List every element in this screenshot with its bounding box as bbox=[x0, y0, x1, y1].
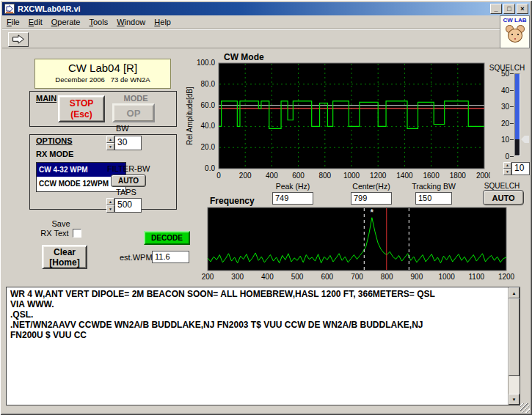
est-wpm-label: est.WPM bbox=[120, 253, 153, 262]
filter-bw-label: FILTER-BW bbox=[107, 164, 150, 173]
peak-value: 749 bbox=[272, 192, 313, 205]
save-label: Save bbox=[34, 219, 88, 228]
close-button[interactable]: × bbox=[517, 4, 528, 14]
squelch-tick-label: 40 bbox=[489, 87, 509, 95]
bw-label: BW bbox=[116, 124, 129, 133]
svg-text:700: 700 bbox=[351, 273, 363, 281]
cw-mode-plot: 0.020.040.060.080.0100.00200400600800100… bbox=[179, 51, 490, 185]
svg-text:0: 0 bbox=[216, 172, 221, 180]
op-mode-label: OP bbox=[127, 108, 141, 119]
menu-bar: FileEditOperateToolsWindowHelp bbox=[2, 15, 530, 29]
svg-text:200: 200 bbox=[202, 273, 214, 281]
up-arrow-icon: ▲ bbox=[506, 163, 509, 167]
up-arrow-icon: ▲ bbox=[109, 199, 112, 204]
save-rx-text-control: Save RX Text bbox=[34, 219, 88, 238]
up-arrow-icon: ▲ bbox=[512, 291, 517, 295]
window-title: RXCWLab04R.vi bbox=[18, 4, 489, 13]
svg-text:600: 600 bbox=[321, 273, 333, 281]
squelch-slider-track[interactable] bbox=[514, 73, 520, 156]
scroll-up-button[interactable]: ▲ bbox=[509, 287, 520, 298]
menu-file[interactable]: File bbox=[2, 16, 24, 29]
run-button[interactable] bbox=[8, 32, 29, 47]
mouse-cartoon-icon bbox=[505, 25, 525, 45]
main-group: MAIN STOP (Esc) MODE OP bbox=[29, 91, 177, 127]
frequency-chart-title: Frequency bbox=[210, 196, 255, 206]
squelch-value-field[interactable]: 10 bbox=[511, 162, 530, 175]
tracking-bw-value: 150 bbox=[415, 192, 452, 205]
mode-label: MODE bbox=[114, 94, 158, 103]
center-value: 799 bbox=[351, 192, 392, 205]
taps-increment-button[interactable]: ▲ bbox=[106, 198, 114, 205]
resize-grip[interactable] bbox=[520, 403, 530, 413]
save-rx-text-checkbox[interactable] bbox=[73, 229, 81, 238]
stop-button-line2: (Esc) bbox=[70, 109, 92, 120]
svg-text:300: 300 bbox=[231, 273, 244, 281]
decode-button-label: DECODE bbox=[151, 234, 183, 242]
stop-button[interactable]: STOP (Esc) bbox=[58, 95, 105, 122]
svg-text:60.0: 60.0 bbox=[201, 101, 216, 109]
rx-text-terminal: WR 4 W,ANT VERT DIPOLE= 2M BEACON SOON= … bbox=[6, 287, 520, 405]
down-arrow-icon: ▼ bbox=[109, 207, 112, 211]
app-header-box: CW Lab04 [R] December 2006 73 de WN2A bbox=[34, 59, 171, 89]
squelch-tickmark bbox=[510, 106, 514, 107]
svg-text:500: 500 bbox=[291, 273, 304, 281]
minimize-icon: _ bbox=[494, 5, 498, 12]
minimize-button[interactable]: _ bbox=[490, 4, 502, 14]
svg-text:40.0: 40.0 bbox=[201, 122, 216, 130]
stop-button-line1: STOP bbox=[70, 98, 93, 109]
svg-text:1200: 1200 bbox=[498, 273, 515, 281]
run-icon bbox=[11, 34, 26, 44]
op-mode-button[interactable]: OP bbox=[112, 103, 155, 122]
terminal-scrollbar[interactable]: ▲ ▼ bbox=[508, 287, 520, 405]
squelch-slider-handle[interactable] bbox=[521, 136, 529, 143]
svg-text:100.0: 100.0 bbox=[197, 59, 215, 67]
menu-window[interactable]: Window bbox=[112, 16, 150, 29]
svg-text:1000: 1000 bbox=[343, 172, 360, 180]
svg-text:800: 800 bbox=[381, 273, 393, 281]
menu-help[interactable]: Help bbox=[150, 16, 175, 29]
app-window: RXCWLab04R.vi _ □ × FileEditOperateTools… bbox=[0, 0, 532, 415]
menu-tools[interactable]: Tools bbox=[84, 16, 112, 29]
est-wpm-value: 11.6 bbox=[152, 251, 189, 263]
squelch-increment-button[interactable]: ▲ bbox=[503, 162, 511, 169]
rx-mode-label: RX MODE bbox=[36, 150, 73, 158]
svg-text:400: 400 bbox=[261, 273, 274, 281]
squelch-slider: 50403020100 bbox=[487, 70, 530, 169]
clear-button[interactable]: Clear [Home] bbox=[42, 245, 87, 269]
svg-text:1200: 1200 bbox=[370, 172, 387, 180]
filter-bw-auto-button[interactable]: AUTO bbox=[111, 175, 146, 187]
maximize-icon: □ bbox=[507, 5, 511, 12]
squelch-decrement-button[interactable]: ▼ bbox=[503, 169, 511, 175]
svg-text:*: * bbox=[370, 207, 374, 218]
title-bar[interactable]: RXCWLab04R.vi _ □ × bbox=[2, 2, 530, 15]
svg-text:800: 800 bbox=[318, 172, 331, 180]
squelch-tick-label: 20 bbox=[489, 120, 509, 128]
taps-control: ▲ ▼ 500 bbox=[106, 198, 142, 213]
terminal-line: WR 4 W,ANT VERT DIPOLE= 2M BEACON SOON= … bbox=[10, 289, 503, 299]
svg-text:1600: 1600 bbox=[423, 172, 440, 180]
scroll-down-button[interactable]: ▼ bbox=[509, 394, 520, 405]
scrollbar-thumb[interactable] bbox=[509, 298, 520, 376]
svg-text:2000: 2000 bbox=[476, 172, 490, 180]
maximize-button[interactable]: □ bbox=[503, 4, 515, 14]
clear-button-line1: Clear bbox=[54, 247, 76, 257]
squelch-tick-label: 50 bbox=[489, 70, 509, 78]
taps-decrement-button[interactable]: ▼ bbox=[106, 205, 114, 213]
terminal-line: VIA WWW. bbox=[10, 299, 503, 309]
clear-button-line2: [Home] bbox=[49, 257, 79, 268]
squelch-tickmark bbox=[510, 123, 514, 124]
taps-value-field[interactable]: 500 bbox=[114, 198, 142, 213]
frequency-plot: *200300400500600700800900100011001200 bbox=[193, 206, 521, 281]
menu-operate[interactable]: Operate bbox=[47, 16, 85, 29]
svg-text:200: 200 bbox=[239, 172, 252, 180]
squelch-tick-label: 30 bbox=[489, 103, 509, 111]
app-title: CW Lab04 [R] bbox=[35, 62, 170, 74]
squelch-auto-button[interactable]: AUTO bbox=[483, 190, 524, 205]
menu-edit[interactable]: Edit bbox=[24, 16, 47, 29]
squelch-tickmark bbox=[510, 90, 514, 91]
squelch-slider-fill bbox=[515, 74, 520, 139]
toolbar bbox=[2, 29, 530, 48]
svg-text:900: 900 bbox=[411, 273, 423, 281]
terminal-line: FN200U $ VUU CC bbox=[10, 330, 503, 340]
decode-button[interactable]: DECODE bbox=[144, 231, 190, 245]
